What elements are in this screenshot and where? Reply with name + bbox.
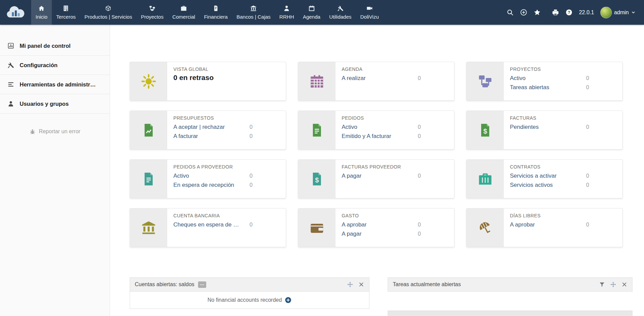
card-dias-libres[interactable]: DÍAS LIBRESA aprobar0 xyxy=(466,208,623,247)
card-row: A facturar0 xyxy=(173,132,281,141)
card-link-tareas-abiertas[interactable]: Tareas abiertas xyxy=(510,84,577,91)
card-link-servicios-a-activar[interactable]: Servicios a activar xyxy=(510,173,577,179)
card-content: PROYECTOSActivo0Tareas abiertas0 xyxy=(504,62,622,100)
widget-tasks-header: Tareas actualmente abiertas xyxy=(388,277,632,292)
card-value: 0 xyxy=(409,173,421,179)
menu-item-label: Proyectos xyxy=(141,14,164,20)
menu-item-terceros[interactable]: Terceros xyxy=(52,0,80,25)
sidebar-item-mi-panel-de-control[interactable]: Mi panel de control xyxy=(0,36,110,56)
menu-item-financiera[interactable]: Financiera xyxy=(199,0,232,25)
user-name: admin xyxy=(614,9,629,16)
sidebar-item-usuarios-y-grupos[interactable]: Usuarios y grupos xyxy=(0,94,110,114)
help-button[interactable]: ? xyxy=(565,9,573,16)
close-widget-icon[interactable] xyxy=(358,281,364,288)
move-widget-icon[interactable] xyxy=(610,281,616,288)
menu-item-productos-servicios[interactable]: Productos | Servicios xyxy=(80,0,137,25)
sidebar-item-herramientas-de-administr[interactable]: Herramientas de administr… xyxy=(0,75,110,94)
move-widget-icon[interactable] xyxy=(347,281,353,288)
wallet-icon xyxy=(298,209,336,247)
search-button[interactable] xyxy=(507,9,514,16)
utilidades-icon xyxy=(337,5,344,12)
sidebar-item-configuracion[interactable]: Configuración xyxy=(0,56,110,75)
widget-actions xyxy=(599,281,627,288)
sidebar-item-label: Herramientas de administr… xyxy=(20,81,96,88)
calendar-grid-icon xyxy=(298,62,336,100)
card-link-a-realizar[interactable]: A realizar xyxy=(342,75,409,82)
user-menu[interactable]: admin xyxy=(600,7,636,18)
card-link-activo[interactable]: Activo xyxy=(173,173,240,179)
card-value: 0 xyxy=(409,75,421,81)
user-avatar[interactable] xyxy=(600,7,612,18)
bug-icon xyxy=(29,129,36,135)
report-error-link[interactable]: Reportar un error xyxy=(0,129,110,135)
card-cuenta-bancaria[interactable]: CUENTA BANCARIACheques en espera de de…0 xyxy=(130,208,286,247)
card-title: PROYECTOS xyxy=(510,66,618,72)
card-proyectos[interactable]: PROYECTOSActivo0Tareas abiertas0 xyxy=(466,62,623,101)
widget-more-button[interactable]: ... xyxy=(198,281,206,288)
chevron-down-icon xyxy=(631,10,636,15)
card-content: AGENDAA realizar0 xyxy=(336,62,454,100)
card-content: GASTOA aprobar0A pagar0 xyxy=(336,209,454,247)
card-link-cheques-en-espera-de-de[interactable]: Cheques en espera de de… xyxy=(173,221,240,228)
mi-panel-de-control-icon xyxy=(7,42,14,49)
menu-item-dolivizu[interactable]: DoliVizu xyxy=(356,0,383,25)
bookmarks-button[interactable] xyxy=(534,9,541,16)
card-row: Pendientes0 xyxy=(510,122,618,132)
quick-add-button[interactable] xyxy=(520,9,527,16)
menu-item-agenda[interactable]: Agenda xyxy=(298,0,325,25)
card-row: A aceptar | rechazar0 xyxy=(173,122,281,132)
card-link-activo[interactable]: Activo xyxy=(510,75,577,82)
card-facturas-proveedor[interactable]: $FACTURAS PROVEEDORA pagar0 xyxy=(298,159,454,198)
sidebar-item-label: Configuración xyxy=(20,62,58,68)
menu-item-label: Agenda xyxy=(303,14,320,20)
filter-widget-icon[interactable] xyxy=(599,281,605,288)
menu-item-bancos-cajas[interactable]: Bancos | Cajas xyxy=(232,0,275,25)
widget-accounts-title: Cuentas abiertas: saldos xyxy=(135,281,194,288)
sidebar: Mi panel de controlConfiguraciónHerramie… xyxy=(0,25,110,316)
card-gasto[interactable]: GASTOA aprobar0A pagar0 xyxy=(298,208,454,247)
card-link-a-facturar[interactable]: A facturar xyxy=(173,133,240,140)
card-title: DÍAS LIBRES xyxy=(510,213,618,218)
card-content: FACTURASPendientes0 xyxy=(504,111,622,149)
menu-item-utilidades[interactable]: Utilidades xyxy=(325,0,356,25)
card-link-a-pagar[interactable]: A pagar xyxy=(342,173,409,179)
close-widget-icon[interactable] xyxy=(621,281,627,288)
card-contratos[interactable]: CONTRATOSServicios a activar0Servicios a… xyxy=(466,159,623,198)
card-facturas[interactable]: $FACTURASPendientes0 xyxy=(466,111,623,150)
card-link-a-pagar[interactable]: A pagar xyxy=(342,231,409,237)
card-link-activo[interactable]: Activo xyxy=(342,124,409,131)
card-value: 0 xyxy=(577,222,589,228)
card-pedidos[interactable]: PEDIDOSActivo0Emitido y A facturar0 xyxy=(298,111,454,150)
card-link-a-aceptar-rechazar[interactable]: A aceptar | rechazar xyxy=(173,124,240,131)
card-presupuestos[interactable]: PRESUPUESTOSA aceptar | rechazar0A factu… xyxy=(130,111,286,150)
card-value: 0 xyxy=(240,133,253,139)
menu-item-proyectos[interactable]: Proyectos xyxy=(136,0,168,25)
card-link-a-aprobar[interactable]: A aprobar xyxy=(342,221,409,228)
card-link-pendientes[interactable]: Pendientes xyxy=(510,124,577,131)
card-content: CONTRATOSServicios a activar0Servicios a… xyxy=(504,160,622,198)
card-link-servicios-activos[interactable]: Servicios activos xyxy=(510,182,577,189)
card-agenda[interactable]: AGENDAA realizar0 xyxy=(298,62,454,101)
card-row: En espera de recepción0 xyxy=(173,180,281,190)
menu-item-inicio[interactable]: Inicio xyxy=(31,0,52,25)
card-vista-global[interactable]: VISTA GLOBAL0 en retraso xyxy=(130,62,286,101)
add-account-icon[interactable] xyxy=(285,297,292,303)
print-button[interactable] xyxy=(552,9,559,16)
menu-item-comercial[interactable]: Comercial xyxy=(168,0,200,25)
card-content: VISTA GLOBAL0 en retraso xyxy=(167,62,286,100)
card-pedidos-a-proveedor[interactable]: PEDIDOS A PROVEEDORActivo0En espera de r… xyxy=(130,159,286,198)
card-title: CUENTA BANCARIA xyxy=(173,213,281,218)
card-link-a-aprobar[interactable]: A aprobar xyxy=(510,221,577,228)
card-link-emitido-y-a-facturar[interactable]: Emitido y A facturar xyxy=(342,133,409,140)
card-value: 0 xyxy=(409,133,421,139)
card-link-en-espera-de-recepcion[interactable]: En espera de recepción xyxy=(173,182,240,189)
rrhh-icon xyxy=(283,5,290,12)
sidebar-item-label: Usuarios y grupos xyxy=(20,101,69,107)
menu-item-rrhh[interactable]: RRHH xyxy=(275,0,298,25)
card-row: Emitido y A facturar0 xyxy=(342,132,449,141)
card-value: 0 xyxy=(240,182,253,188)
card-row: Tareas abiertas0 xyxy=(510,83,618,92)
card-content: PRESUPUESTOSA aceptar | rechazar0A factu… xyxy=(167,111,286,149)
dolibarr-logo[interactable] xyxy=(0,0,31,25)
terceros-icon xyxy=(63,5,69,12)
